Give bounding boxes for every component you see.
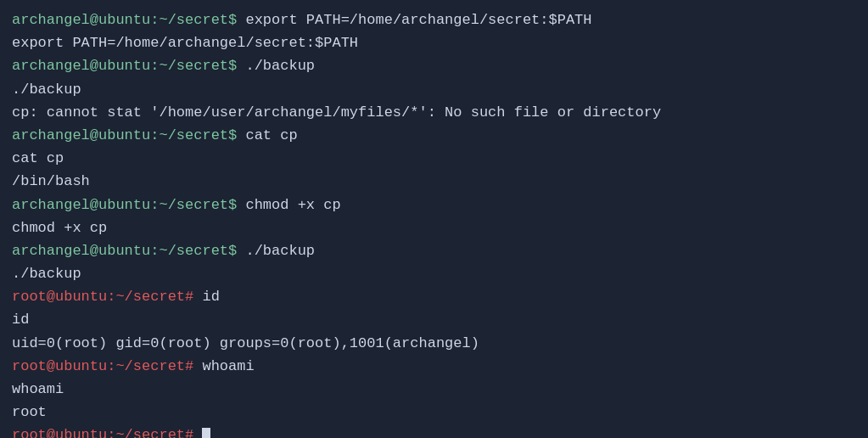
command-text: ./backup bbox=[245, 243, 315, 259]
prompt-root: root@ubuntu:~/secret# bbox=[12, 358, 202, 374]
output-text: uid=0(root) gid=0(root) groups=0(root),1… bbox=[12, 335, 479, 351]
prompt-user: archangel@ubuntu:~/secret$ bbox=[12, 12, 245, 28]
terminal-line: /bin/bash bbox=[12, 170, 856, 193]
output-text: root bbox=[12, 404, 47, 420]
terminal-line: ./backup bbox=[12, 262, 856, 285]
output-text: cp: cannot stat '/home/user/archangel/my… bbox=[12, 104, 661, 121]
prompt-user: archangel@ubuntu:~/secret$ bbox=[12, 58, 245, 74]
terminal-line: uid=0(root) gid=0(root) groups=0(root),1… bbox=[12, 332, 856, 355]
command-text: whoami bbox=[202, 358, 254, 374]
output-text: chmod +x cp bbox=[12, 220, 107, 236]
command-text: ./backup bbox=[245, 58, 315, 74]
terminal-window[interactable]: archangel@ubuntu:~/secret$ export PATH=/… bbox=[0, 0, 868, 438]
command-text: cat cp bbox=[245, 127, 297, 143]
output-text: ./backup bbox=[12, 81, 81, 98]
terminal-line: archangel@ubuntu:~/secret$ chmod +x cp bbox=[12, 194, 856, 216]
prompt-user: archangel@ubuntu:~/secret$ bbox=[12, 243, 245, 259]
terminal-line: root bbox=[12, 401, 856, 424]
output-text: whoami bbox=[12, 381, 64, 397]
prompt-root: root@ubuntu:~/secret# bbox=[12, 427, 202, 438]
terminal-line: chmod +x cp bbox=[12, 216, 856, 239]
output-text: export PATH=/home/archangel/secret:$PATH bbox=[12, 35, 358, 51]
command-text: export PATH=/home/archangel/secret:$PATH bbox=[245, 12, 591, 28]
prompt-user: archangel@ubuntu:~/secret$ bbox=[12, 127, 245, 143]
terminal-line: root@ubuntu:~/secret# id bbox=[12, 285, 856, 308]
command-text: chmod +x cp bbox=[245, 197, 340, 213]
terminal-line: root@ubuntu:~/secret# bbox=[12, 424, 856, 438]
terminal-line: cat cp bbox=[12, 147, 856, 170]
terminal-line: archangel@ubuntu:~/secret$ ./backup bbox=[12, 239, 856, 262]
output-text: /bin/bash bbox=[12, 173, 90, 189]
output-text: id bbox=[12, 312, 29, 328]
terminal-line: ./backup bbox=[12, 78, 856, 101]
prompt-user: archangel@ubuntu:~/secret$ bbox=[12, 197, 245, 213]
terminal-line: cp: cannot stat '/home/user/archangel/my… bbox=[12, 101, 856, 124]
output-text: ./backup bbox=[12, 266, 81, 282]
terminal-line: whoami bbox=[12, 378, 856, 401]
terminal-line: root@ubuntu:~/secret# whoami bbox=[12, 355, 856, 378]
command-text: id bbox=[202, 289, 219, 305]
terminal-line: archangel@ubuntu:~/secret$ ./backup bbox=[12, 54, 856, 77]
output-text: cat cp bbox=[12, 150, 64, 166]
prompt-root: root@ubuntu:~/secret# bbox=[12, 289, 202, 305]
terminal-cursor bbox=[202, 428, 210, 438]
terminal-line: archangel@ubuntu:~/secret$ export PATH=/… bbox=[12, 8, 856, 31]
terminal-line: archangel@ubuntu:~/secret$ cat cp bbox=[12, 124, 856, 147]
terminal-line: export PATH=/home/archangel/secret:$PATH bbox=[12, 31, 856, 54]
terminal-line: id bbox=[12, 308, 856, 331]
